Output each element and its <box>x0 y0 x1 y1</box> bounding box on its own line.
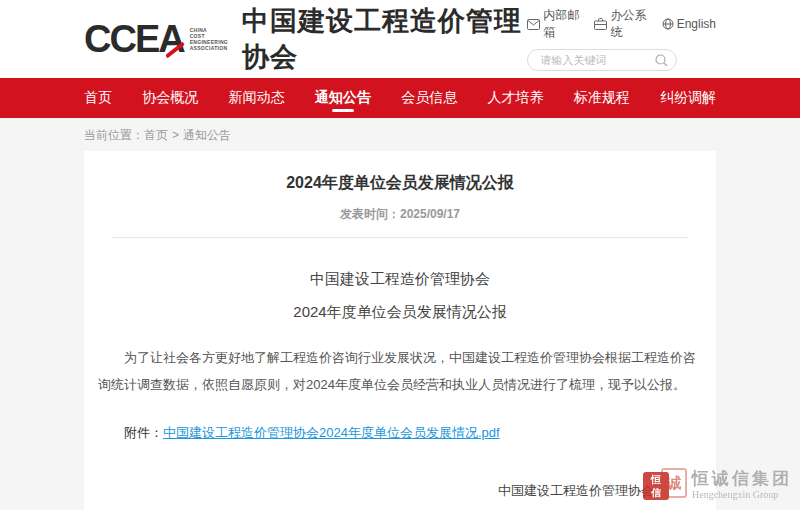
english-link[interactable]: English <box>662 17 716 31</box>
breadcrumb: 当前位置：首页>通知公告 <box>84 118 716 151</box>
breadcrumb-current-link[interactable]: 通知公告 <box>183 128 231 142</box>
nav-item-members[interactable]: 会员信息 <box>401 78 457 118</box>
attachment-pdf-link[interactable]: 中国建设工程造价管理协会2024年度单位会员发展情况.pdf <box>163 425 500 440</box>
watermark-name-cn: 恒诚信集团 <box>692 469 792 489</box>
search-icon[interactable] <box>655 53 668 71</box>
breadcrumb-home-link[interactable]: 首页 <box>144 128 168 142</box>
nav-item-home[interactable]: 首页 <box>84 78 112 118</box>
hengchengxin-watermark: 恒 信 诚 恒诚信集团 Hengchengxin Group <box>643 466 792 504</box>
article-card: 2024年度单位会员发展情况公报 发表时间：2025/09/17 中国建设工程造… <box>84 151 716 510</box>
utility-link-label: 办公系统 <box>610 7 647 41</box>
utility-link-label: English <box>677 17 716 31</box>
signature-org: 中国建设工程造价管理协会 <box>498 482 654 500</box>
title-divider <box>112 237 688 238</box>
globe-icon <box>662 18 674 30</box>
article-publish-date: 发表时间：2025/09/17 <box>98 206 702 223</box>
doc-heading-org: 中国建设工程造价管理协会 <box>98 270 702 289</box>
nav-item-training[interactable]: 人才培养 <box>487 78 543 118</box>
attachment-label: 附件： <box>124 425 163 440</box>
nav-item-notices[interactable]: 通知公告 <box>315 78 371 118</box>
doc-heading-title: 2024年度单位会员发展情况公报 <box>98 303 702 322</box>
attachment-row: 附件：中国建设工程造价管理协会2024年度单位会员发展情况.pdf <box>98 424 702 442</box>
briefcase-icon <box>594 18 607 30</box>
breadcrumb-separator: > <box>172 128 179 142</box>
breadcrumb-prefix: 当前位置： <box>84 128 144 142</box>
seal-stamp-icon: 恒 信 诚 <box>643 466 687 504</box>
org-name-title: 中国建设工程造价管理协会 <box>242 3 527 75</box>
utility-link-label: 内部邮箱 <box>543 7 580 41</box>
nav-item-standards[interactable]: 标准规程 <box>574 78 630 118</box>
nav-item-news[interactable]: 新闻动态 <box>229 78 285 118</box>
search-box <box>527 49 677 71</box>
mail-icon <box>527 19 540 30</box>
article-paragraph: 为了让社会各方更好地了解工程造价咨询行业发展状况，中国建设工程造价管理协会根据工… <box>98 344 702 398</box>
watermark-text: 恒诚信集团 Hengchengxin Group <box>692 469 792 500</box>
site-logo[interactable]: CCEA CHINA COST ENGINEERING ASSOCIATION … <box>84 3 527 75</box>
signature-block: 中国建设工程造价管理协会 2025年9月17日 <box>498 482 654 510</box>
main-nav: 首页 协会概况 新闻动态 通知公告 会员信息 人才培养 标准规程 纠纷调解 <box>0 78 800 118</box>
logo-subtext: CHINA COST ENGINEERING ASSOCIATION <box>190 27 228 51</box>
utility-links: 内部邮箱 办公系统 English <box>527 7 716 41</box>
nav-item-about[interactable]: 协会概况 <box>142 78 198 118</box>
nav-item-mediation[interactable]: 纠纷调解 <box>660 78 716 118</box>
watermark-name-en: Hengchengxin Group <box>692 489 792 501</box>
site-header: CCEA CHINA COST ENGINEERING ASSOCIATION … <box>0 0 800 78</box>
office-system-link[interactable]: 办公系统 <box>594 7 647 41</box>
article-title: 2024年度单位会员发展情况公报 <box>98 173 702 194</box>
internal-mail-link[interactable]: 内部邮箱 <box>527 7 580 41</box>
